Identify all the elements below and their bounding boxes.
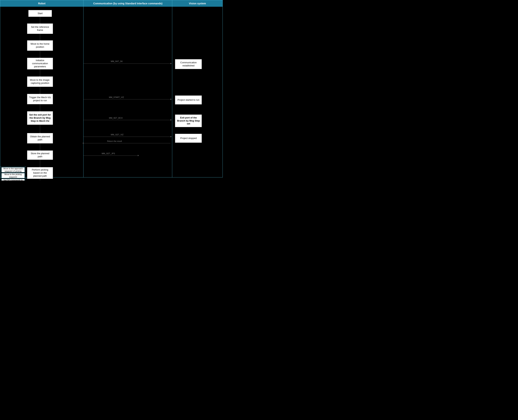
- mm-get-viz-label: MM_GET_VIZ: [111, 134, 123, 136]
- mm-init-arrow: [84, 63, 171, 64]
- header-robot: Robot: [0, 0, 84, 7]
- set-exit-box: Set the exit port for the Branch by Msg …: [27, 111, 53, 125]
- exit-port-box: Exit port of the Branch by Msg Step set: [175, 114, 202, 127]
- init-comm-label: Initialize communication parameters: [29, 59, 51, 68]
- proj-started-label: Project started to run: [177, 98, 199, 102]
- mm-set-label: MM_SET_BCH: [109, 117, 122, 119]
- home-pos-1-label: Move to the home position: [29, 42, 51, 49]
- vision-column: Communication established Project starte…: [172, 7, 222, 177]
- header-comm: Communication (by using Standard Interfa…: [84, 0, 172, 7]
- comm-estab-box: Communication established: [175, 59, 202, 69]
- robot-column: Start Set the reference frame Move to th…: [0, 7, 84, 177]
- obtain-path-label: Obtain the planned path: [29, 135, 51, 141]
- picking-group: Move to the approach waypoint of picking…: [0, 166, 26, 180]
- store-path-box: Store the planned path: [27, 150, 53, 160]
- proj-started-box: Project started to run: [175, 95, 202, 105]
- trigger-box: Trigger the Mech-Viz project to run: [27, 94, 53, 104]
- ref-frame-label: Set the reference frame: [29, 26, 51, 32]
- header: Robot Communication (by using Standard I…: [0, 0, 223, 7]
- mm-start-arrow: [84, 99, 171, 99]
- store-path-label: Store the planned path: [29, 152, 51, 158]
- picking-label-2: Move to the picking waypoint: [3, 173, 23, 178]
- ref-frame-box: Set the reference frame: [27, 23, 53, 34]
- mm-init-label: MM_INIT_SK: [111, 60, 123, 62]
- image-pos-box: Move to the image-capturing position: [27, 76, 53, 87]
- perform-picking-box: Perform picking based on the planned pat…: [27, 167, 53, 179]
- picking-arrow: [26, 178, 27, 179]
- header-vision: Vision system: [172, 0, 222, 7]
- comm-column: MM_INIT_SK MM_START_VIZ MM_SET_BCH MM_GE…: [84, 7, 172, 177]
- image-pos-label: Move to the image-capturing position: [29, 79, 51, 85]
- picking-label-3: Set DO commands to perform picking: [3, 179, 23, 180]
- content-area: Start Set the reference frame Move to th…: [0, 7, 223, 177]
- home-pos-1-box: Move to the home position: [27, 40, 53, 51]
- trigger-label: Trigger the Mech-Viz project to run: [29, 96, 51, 102]
- start-box: Start: [28, 10, 52, 17]
- set-exit-label: Set the exit port for the Branch by Msg …: [29, 113, 51, 123]
- diagram-wrapper: Robot Communication (by using Standard I…: [0, 0, 223, 177]
- picking-item-2: Move to the picking waypoint: [1, 173, 25, 178]
- picking-item-1: Move to the approach waypoint of picking: [1, 167, 25, 172]
- mm-start-label: MM_START_VIZ: [109, 96, 124, 98]
- mm-get-jps-label: MM_GET_JPS: [102, 152, 115, 155]
- perform-picking-label: Perform picking based on the planned pat…: [29, 168, 51, 178]
- init-comm-box: Initialize communication parameters: [27, 58, 53, 69]
- proj-stopped-box: Project stopped: [175, 134, 202, 143]
- comm-estab-label: Communication established: [177, 61, 200, 67]
- picking-label-1: Move to the approach waypoint of picking: [3, 167, 23, 172]
- return-result-label: Return the result: [107, 140, 122, 142]
- proj-stopped-label: Project stopped: [180, 137, 197, 140]
- start-label: Start: [38, 12, 42, 15]
- exit-port-label: Exit port of the Branch by Msg Step set: [177, 116, 200, 126]
- obtain-path-box: Obtain the planned path: [27, 133, 53, 143]
- picking-item-3: Set DO commands to perform picking: [1, 179, 25, 180]
